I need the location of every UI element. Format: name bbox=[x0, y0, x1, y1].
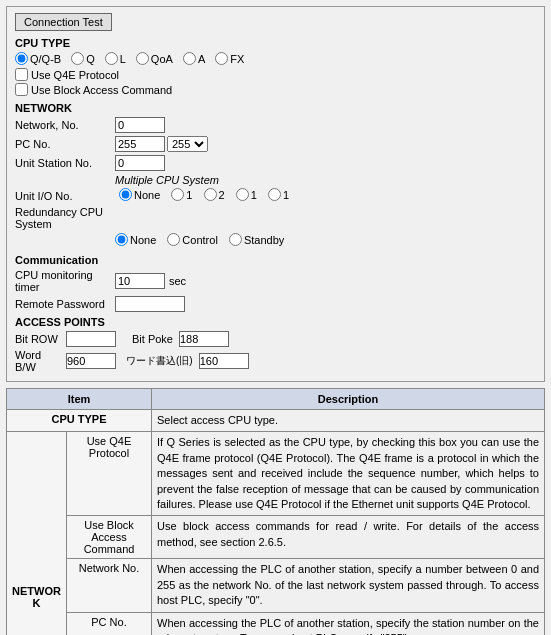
cpu-option-a[interactable]: A bbox=[183, 52, 205, 65]
access-points-label: ACCESS POINTS bbox=[15, 316, 536, 328]
redundancy-none-radio[interactable]: None bbox=[115, 233, 156, 246]
multiple-cpu-radio-group: None 1 2 1 1 bbox=[119, 188, 297, 203]
bit-row-row: Bit ROW Bit Poke bbox=[15, 331, 536, 347]
comm-section: Communication CPU monitoring timer sec R… bbox=[15, 254, 536, 312]
table-row: Use Block Access Command Use block acces… bbox=[7, 516, 545, 559]
block-access-desc: Use block access commands for read / wri… bbox=[152, 516, 545, 559]
unit-station-row: Unit Station No. bbox=[15, 155, 536, 171]
cpu-type-radio-group: Q/Q-B Q L QoA A FX bbox=[15, 52, 536, 65]
top-panel: Connection Test CPU TYPE Q/Q-B Q L QoA A… bbox=[6, 6, 545, 382]
none-radio[interactable]: None bbox=[119, 188, 160, 201]
cpu-type-label: CPU TYPE bbox=[15, 37, 536, 49]
redundancy-standby-radio[interactable]: Standby bbox=[229, 233, 284, 246]
unit-station-input[interactable] bbox=[115, 155, 165, 171]
word-old-input[interactable] bbox=[199, 353, 249, 369]
unit-io-label: Unit I/O No. bbox=[15, 190, 115, 202]
network-no-row: Network, No. bbox=[15, 117, 536, 133]
table-row: NETWOR K Use Q4E Protocol If Q Series is… bbox=[7, 432, 545, 516]
word-old-label: ワード書込(旧) bbox=[126, 354, 193, 368]
pc-no-select[interactable]: 255 bbox=[167, 136, 208, 152]
table-section: Item Description CPU TYPE Select access … bbox=[6, 388, 545, 635]
network-no-desc: When accessing the PLC of another statio… bbox=[152, 559, 545, 612]
item-header: Item bbox=[7, 389, 152, 410]
pc-no-item: PC No. bbox=[67, 612, 152, 635]
cpu1-radio[interactable]: 1 bbox=[171, 188, 192, 201]
cpu-option-l[interactable]: L bbox=[105, 52, 126, 65]
cpu-monitor-unit: sec bbox=[169, 275, 186, 287]
q4e-desc: If Q Series is selected as the CPU type,… bbox=[152, 432, 545, 516]
cpu4-radio[interactable]: 1 bbox=[268, 188, 289, 201]
q4e-item: Use Q4E Protocol bbox=[67, 432, 152, 516]
block-access-item: Use Block Access Command bbox=[67, 516, 152, 559]
cpu-monitor-input[interactable] bbox=[115, 273, 165, 289]
unit-station-label: Unit Station No. bbox=[15, 157, 115, 169]
word-bw-label: Word B/W bbox=[15, 349, 60, 373]
table-row: PC No. When accessing the PLC of another… bbox=[7, 612, 545, 635]
cpu-option-q[interactable]: Q/Q-B bbox=[15, 52, 61, 65]
network-category: NETWOR K bbox=[7, 432, 67, 635]
bit-poke-label: Bit Poke bbox=[132, 333, 173, 345]
pc-no-input[interactable] bbox=[115, 136, 165, 152]
bit-poke-input[interactable] bbox=[179, 331, 229, 347]
network-no-item: Network No. bbox=[67, 559, 152, 612]
comm-label: Communication bbox=[15, 254, 536, 266]
cpu-option-q2[interactable]: Q bbox=[71, 52, 95, 65]
description-header: Description bbox=[152, 389, 545, 410]
redundancy-label: Redundancy CPU System bbox=[15, 206, 115, 230]
cpu2-radio[interactable]: 2 bbox=[204, 188, 225, 201]
redundancy-row: Redundancy CPU System bbox=[15, 206, 536, 230]
cpu-monitor-row: CPU monitoring timer sec bbox=[15, 269, 536, 293]
remote-pass-row: Remote Password bbox=[15, 296, 536, 312]
connection-test-button[interactable]: Connection Test bbox=[15, 13, 112, 31]
use-q4e-checkbox[interactable]: Use Q4E Protocol bbox=[15, 68, 536, 81]
description-table: Item Description CPU TYPE Select access … bbox=[6, 388, 545, 635]
cpu-type-item: CPU TYPE bbox=[7, 410, 152, 432]
word-bw-row: Word B/W ワード書込(旧) bbox=[15, 349, 536, 373]
remote-pass-label: Remote Password bbox=[15, 298, 115, 310]
word-bw-input[interactable] bbox=[66, 353, 116, 369]
network-section: NETWORK Network, No. PC No. 255 Unit Sta… bbox=[15, 102, 536, 248]
use-block-checkbox[interactable]: Use Block Access Command bbox=[15, 83, 536, 96]
bit-row-input[interactable] bbox=[66, 331, 116, 347]
pc-no-label: PC No. bbox=[15, 138, 115, 150]
table-row: Network No. When accessing the PLC of an… bbox=[7, 559, 545, 612]
access-points-section: ACCESS POINTS Bit ROW Bit Poke Word B/W … bbox=[15, 316, 536, 373]
pc-no-row: PC No. 255 bbox=[15, 136, 536, 152]
bit-row-label: Bit ROW bbox=[15, 333, 60, 345]
cpu-option-fx[interactable]: FX bbox=[215, 52, 244, 65]
redundancy-control-radio[interactable]: Control bbox=[167, 233, 217, 246]
cpu-type-desc: Select access CPU type. bbox=[152, 410, 545, 432]
cpu-option-qoa[interactable]: QoA bbox=[136, 52, 173, 65]
multiple-cpu-label: Multiple CPU System bbox=[115, 174, 219, 186]
network-label: NETWORK bbox=[15, 102, 536, 114]
remote-pass-input[interactable] bbox=[115, 296, 185, 312]
pc-no-desc: When accessing the PLC of another statio… bbox=[152, 612, 545, 635]
network-no-label: Network, No. bbox=[15, 119, 115, 131]
redundancy-radio-group: None Control Standby bbox=[115, 233, 536, 248]
cpu3-radio[interactable]: 1 bbox=[236, 188, 257, 201]
table-row: CPU TYPE Select access CPU type. bbox=[7, 410, 545, 432]
unit-io-row: Unit I/O No. None 1 2 1 1 bbox=[15, 188, 536, 203]
network-no-input[interactable] bbox=[115, 117, 165, 133]
cpu-monitor-label: CPU monitoring timer bbox=[15, 269, 115, 293]
